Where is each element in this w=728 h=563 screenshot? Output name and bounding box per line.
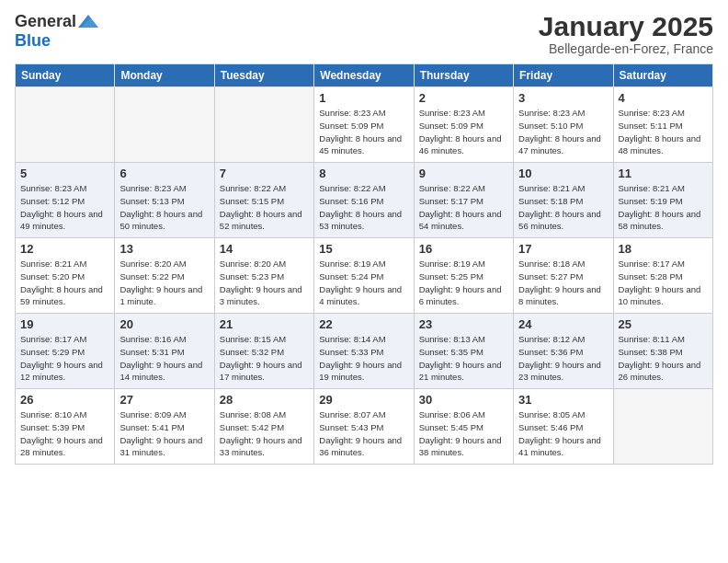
table-row: 1Sunrise: 8:23 AM Sunset: 5:09 PM Daylig… <box>314 87 414 163</box>
table-row: 27Sunrise: 8:09 AM Sunset: 5:41 PM Dayli… <box>115 389 214 465</box>
day-number: 23 <box>419 317 508 331</box>
day-number: 24 <box>518 317 608 331</box>
day-number: 12 <box>20 242 109 256</box>
table-row: 7Sunrise: 8:22 AM Sunset: 5:15 PM Daylig… <box>214 163 313 238</box>
calendar: Sunday Monday Tuesday Wednesday Thursday… <box>15 63 713 465</box>
day-info: Sunrise: 8:21 AM Sunset: 5:18 PM Dayligh… <box>518 182 608 233</box>
day-info: Sunrise: 8:10 AM Sunset: 5:39 PM Dayligh… <box>20 408 109 459</box>
table-row: 28Sunrise: 8:08 AM Sunset: 5:42 PM Dayli… <box>214 389 313 465</box>
month-title: January 2025 <box>539 11 713 41</box>
table-row: 2Sunrise: 8:23 AM Sunset: 5:09 PM Daylig… <box>414 87 513 163</box>
day-info: Sunrise: 8:23 AM Sunset: 5:11 PM Dayligh… <box>619 107 708 157</box>
day-number: 31 <box>518 393 608 407</box>
calendar-week-row: 19Sunrise: 8:17 AM Sunset: 5:29 PM Dayli… <box>16 314 713 389</box>
day-number: 26 <box>20 393 109 407</box>
day-info: Sunrise: 8:21 AM Sunset: 5:19 PM Dayligh… <box>619 182 708 233</box>
table-row: 15Sunrise: 8:19 AM Sunset: 5:24 PM Dayli… <box>314 238 414 314</box>
day-number: 8 <box>319 167 408 180</box>
day-number: 1 <box>319 91 408 105</box>
day-info: Sunrise: 8:21 AM Sunset: 5:20 PM Dayligh… <box>20 258 109 308</box>
day-info: Sunrise: 8:18 AM Sunset: 5:27 PM Dayligh… <box>518 258 608 308</box>
table-row: 19Sunrise: 8:17 AM Sunset: 5:29 PM Dayli… <box>16 314 115 389</box>
day-info: Sunrise: 8:22 AM Sunset: 5:17 PM Dayligh… <box>419 182 508 233</box>
day-number: 19 <box>20 317 109 331</box>
header-sunday: Sunday <box>16 64 115 87</box>
day-info: Sunrise: 8:23 AM Sunset: 5:10 PM Dayligh… <box>518 107 608 157</box>
header-thursday: Thursday <box>414 64 513 87</box>
table-row: 21Sunrise: 8:15 AM Sunset: 5:32 PM Dayli… <box>214 314 313 389</box>
header-tuesday: Tuesday <box>214 64 313 87</box>
day-info: Sunrise: 8:16 AM Sunset: 5:31 PM Dayligh… <box>119 333 209 384</box>
day-number: 7 <box>220 167 309 180</box>
day-number: 5 <box>20 167 109 180</box>
calendar-week-row: 5Sunrise: 8:23 AM Sunset: 5:12 PM Daylig… <box>16 163 713 238</box>
logo-blue-text: Blue <box>15 31 51 50</box>
day-info: Sunrise: 8:20 AM Sunset: 5:23 PM Dayligh… <box>220 258 309 308</box>
table-row: 9Sunrise: 8:22 AM Sunset: 5:17 PM Daylig… <box>414 163 513 238</box>
day-info: Sunrise: 8:11 AM Sunset: 5:38 PM Dayligh… <box>619 333 708 384</box>
table-row: 8Sunrise: 8:22 AM Sunset: 5:16 PM Daylig… <box>314 163 414 238</box>
day-number: 29 <box>319 393 408 407</box>
day-info: Sunrise: 8:07 AM Sunset: 5:43 PM Dayligh… <box>319 408 408 459</box>
header-saturday: Saturday <box>613 64 712 87</box>
day-info: Sunrise: 8:20 AM Sunset: 5:22 PM Dayligh… <box>119 258 209 308</box>
day-number: 18 <box>619 242 708 256</box>
table-row: 10Sunrise: 8:21 AM Sunset: 5:18 PM Dayli… <box>514 163 613 238</box>
title-block: January 2025 Bellegarde-en-Forez, France <box>539 11 713 56</box>
day-number: 4 <box>619 91 708 105</box>
table-row <box>115 87 214 163</box>
day-number: 10 <box>518 167 608 180</box>
table-row: 24Sunrise: 8:12 AM Sunset: 5:36 PM Dayli… <box>514 314 613 389</box>
day-number: 22 <box>319 317 408 331</box>
logo-general-text: General <box>15 12 76 31</box>
table-row: 26Sunrise: 8:10 AM Sunset: 5:39 PM Dayli… <box>16 389 115 465</box>
table-row: 31Sunrise: 8:05 AM Sunset: 5:46 PM Dayli… <box>514 389 613 465</box>
day-number: 16 <box>419 242 508 256</box>
table-row <box>16 87 115 163</box>
day-info: Sunrise: 8:15 AM Sunset: 5:32 PM Dayligh… <box>220 333 309 384</box>
location: Bellegarde-en-Forez, France <box>539 41 713 56</box>
header-friday: Friday <box>514 64 613 87</box>
day-number: 11 <box>619 167 708 180</box>
day-info: Sunrise: 8:17 AM Sunset: 5:29 PM Dayligh… <box>20 333 109 384</box>
day-number: 25 <box>619 317 708 331</box>
day-number: 30 <box>419 393 508 407</box>
table-row: 23Sunrise: 8:13 AM Sunset: 5:35 PM Dayli… <box>414 314 513 389</box>
day-info: Sunrise: 8:19 AM Sunset: 5:24 PM Dayligh… <box>319 258 408 308</box>
day-number: 20 <box>119 317 209 331</box>
table-row: 30Sunrise: 8:06 AM Sunset: 5:45 PM Dayli… <box>414 389 513 465</box>
table-row: 13Sunrise: 8:20 AM Sunset: 5:22 PM Dayli… <box>115 238 214 314</box>
calendar-week-row: 1Sunrise: 8:23 AM Sunset: 5:09 PM Daylig… <box>16 87 713 163</box>
day-number: 17 <box>518 242 608 256</box>
table-row: 18Sunrise: 8:17 AM Sunset: 5:28 PM Dayli… <box>613 238 712 314</box>
table-row <box>613 389 712 465</box>
table-row: 25Sunrise: 8:11 AM Sunset: 5:38 PM Dayli… <box>613 314 712 389</box>
day-info: Sunrise: 8:12 AM Sunset: 5:36 PM Dayligh… <box>518 333 608 384</box>
day-info: Sunrise: 8:23 AM Sunset: 5:13 PM Dayligh… <box>119 182 209 233</box>
table-row: 17Sunrise: 8:18 AM Sunset: 5:27 PM Dayli… <box>514 238 613 314</box>
table-row: 16Sunrise: 8:19 AM Sunset: 5:25 PM Dayli… <box>414 238 513 314</box>
day-info: Sunrise: 8:06 AM Sunset: 5:45 PM Dayligh… <box>419 408 508 459</box>
day-number: 21 <box>220 317 309 331</box>
header-wednesday: Wednesday <box>314 64 414 87</box>
day-info: Sunrise: 8:23 AM Sunset: 5:12 PM Dayligh… <box>20 182 109 233</box>
table-row: 20Sunrise: 8:16 AM Sunset: 5:31 PM Dayli… <box>115 314 214 389</box>
header-monday: Monday <box>115 64 214 87</box>
day-number: 9 <box>419 167 508 180</box>
table-row <box>214 87 313 163</box>
day-info: Sunrise: 8:22 AM Sunset: 5:16 PM Dayligh… <box>319 182 408 233</box>
day-info: Sunrise: 8:09 AM Sunset: 5:41 PM Dayligh… <box>119 408 209 459</box>
day-info: Sunrise: 8:19 AM Sunset: 5:25 PM Dayligh… <box>419 258 508 308</box>
day-info: Sunrise: 8:22 AM Sunset: 5:15 PM Dayligh… <box>220 182 309 233</box>
table-row: 6Sunrise: 8:23 AM Sunset: 5:13 PM Daylig… <box>115 163 214 238</box>
day-info: Sunrise: 8:13 AM Sunset: 5:35 PM Dayligh… <box>419 333 508 384</box>
day-number: 14 <box>220 242 309 256</box>
day-info: Sunrise: 8:14 AM Sunset: 5:33 PM Dayligh… <box>319 333 408 384</box>
day-number: 28 <box>220 393 309 407</box>
day-info: Sunrise: 8:05 AM Sunset: 5:46 PM Dayligh… <box>518 408 608 459</box>
logo-icon <box>78 11 98 31</box>
table-row: 3Sunrise: 8:23 AM Sunset: 5:10 PM Daylig… <box>514 87 613 163</box>
day-number: 2 <box>419 91 508 105</box>
day-info: Sunrise: 8:23 AM Sunset: 5:09 PM Dayligh… <box>419 107 508 157</box>
day-number: 3 <box>518 91 608 105</box>
